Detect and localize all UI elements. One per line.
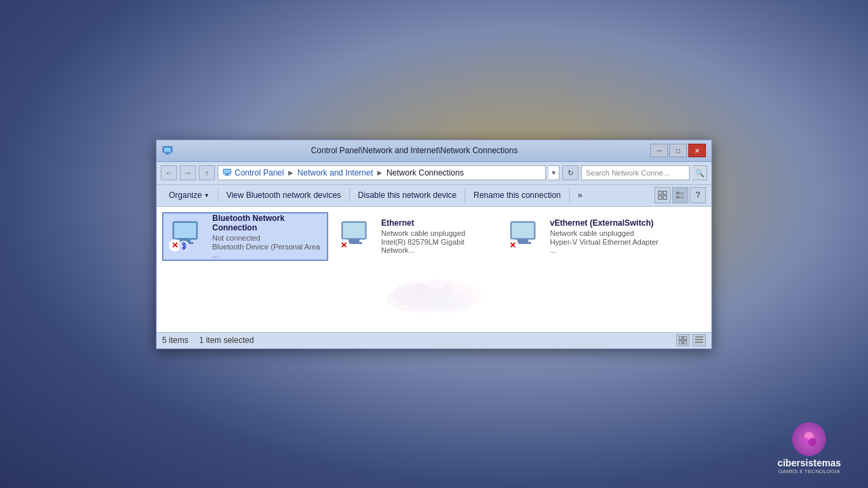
watermark: cibersistemas GAMES E TECNOLOGIA xyxy=(778,422,841,474)
bluetooth-item-status: Not connected xyxy=(212,234,321,242)
breadcrumb-network-internet[interactable]: Network and Internet xyxy=(298,168,373,178)
minimize-button[interactable]: ─ xyxy=(650,144,668,157)
grid-view-button[interactable] xyxy=(654,187,671,203)
svg-rect-19 xyxy=(174,223,196,238)
bluetooth-item-text: Bluetooth Network Connection Not connect… xyxy=(212,214,321,259)
svg-point-34 xyxy=(415,283,426,294)
svg-rect-37 xyxy=(679,336,682,340)
svg-rect-41 xyxy=(695,336,703,338)
breadcrumb-sep-2: ► xyxy=(376,168,384,178)
svg-rect-14 xyxy=(680,194,683,195)
breadcrumb-control-panel[interactable]: Control Panel xyxy=(235,168,284,178)
vethernet-item-status: Network cable unplugged xyxy=(550,229,659,237)
vethernet-item-text: vEthernet (ExternalSwitch) Network cable… xyxy=(550,218,659,254)
back-button[interactable]: ← xyxy=(161,165,177,180)
up-button[interactable]: ↑ xyxy=(199,165,215,180)
help-button[interactable]: ? xyxy=(690,187,706,203)
close-button[interactable]: ✕ xyxy=(688,144,706,157)
bluetooth-item-device: Bluetooth Device (Personal Area ... xyxy=(212,243,321,259)
vethernet-item-name: vEthernet (ExternalSwitch) xyxy=(550,218,659,228)
svg-rect-40 xyxy=(684,341,687,344)
ethernet-item-status: Network cable unplugged xyxy=(381,229,490,237)
toolbar: Organize ▼ View Bluetooth network device… xyxy=(157,185,711,207)
search-box[interactable]: Search Network Conne... xyxy=(581,165,690,180)
svg-rect-11 xyxy=(663,196,667,199)
title-bar: Control Panel\Network and Internet\Netwo… xyxy=(157,140,711,162)
error-badge-ethernet: ✕ xyxy=(338,239,350,251)
toolbar-separator-2 xyxy=(349,188,350,202)
toolbar-separator-1 xyxy=(218,188,218,202)
watermark-sub: GAMES E TECNOLOGIA xyxy=(778,468,840,474)
svg-rect-17 xyxy=(680,198,683,199)
svg-rect-12 xyxy=(676,192,679,195)
svg-rect-1 xyxy=(164,148,171,152)
disable-network-button[interactable]: Disable this network device xyxy=(351,187,463,203)
svg-rect-7 xyxy=(224,175,230,176)
svg-rect-43 xyxy=(695,342,703,343)
svg-rect-16 xyxy=(680,197,684,197)
toolbar-separator-4 xyxy=(569,188,570,202)
watermark-circle xyxy=(792,422,826,456)
status-right xyxy=(676,334,706,346)
selected-count: 1 item selected xyxy=(199,336,254,345)
organize-dropdown-arrow: ▼ xyxy=(204,192,210,199)
more-button[interactable]: » xyxy=(571,187,589,203)
vethernet-item-device: Hyper-V Virtual Ethernet Adapter ... xyxy=(550,238,659,254)
svg-rect-42 xyxy=(695,339,703,340)
bluetooth-badge xyxy=(178,241,189,251)
ethernet-item-name: Ethernet xyxy=(381,218,490,228)
svg-rect-10 xyxy=(658,196,662,199)
svg-rect-6 xyxy=(226,174,229,175)
rename-connection-button[interactable]: Rename this connection xyxy=(467,187,568,203)
svg-point-35 xyxy=(427,279,441,292)
ethernet-icon-wrap: ✕ xyxy=(338,218,376,256)
svg-point-36 xyxy=(443,283,452,291)
window-controls: ─ □ ✕ xyxy=(650,144,706,157)
refresh-button[interactable]: ↻ xyxy=(562,165,578,180)
svg-rect-28 xyxy=(517,239,528,242)
search-icon[interactable]: 🔍 xyxy=(692,165,707,180)
breadcrumb-sep-1: ► xyxy=(287,168,295,178)
forward-button[interactable]: → xyxy=(180,165,196,180)
svg-rect-15 xyxy=(676,196,679,199)
status-bar: 5 items 1 item selected xyxy=(157,332,711,348)
content-area: ✕ Bluetooth Network Connection Not conne… xyxy=(157,207,711,332)
search-placeholder: Search Network Conne... xyxy=(586,169,669,177)
status-grid-view[interactable] xyxy=(676,334,690,346)
status-left: 5 items 1 item selected xyxy=(162,336,254,345)
breadcrumb-icon xyxy=(222,167,232,179)
svg-rect-2 xyxy=(166,152,169,154)
address-bar: ← → ↑ Control Panel ► Network and Intern… xyxy=(157,162,711,185)
svg-rect-24 xyxy=(349,239,359,242)
cloud-decoration xyxy=(380,268,488,319)
bluetooth-item-name: Bluetooth Network Connection xyxy=(212,214,321,232)
status-list-view[interactable] xyxy=(692,334,706,346)
window-icon xyxy=(162,145,173,156)
watermark-brand: cibersistemas xyxy=(778,458,841,468)
view-buttons: ? xyxy=(654,187,706,203)
svg-rect-39 xyxy=(679,341,682,344)
svg-rect-9 xyxy=(663,191,667,195)
svg-rect-23 xyxy=(343,223,365,238)
bluetooth-icon-wrap: ✕ xyxy=(169,218,207,256)
breadcrumb-network-connections: Network Connections xyxy=(387,168,464,178)
svg-rect-13 xyxy=(680,192,684,193)
list-view-button[interactable] xyxy=(672,187,688,203)
svg-rect-5 xyxy=(224,169,231,174)
item-count: 5 items xyxy=(162,336,189,345)
window-title: Control Panel\Network and Internet\Netwo… xyxy=(178,146,650,155)
svg-point-46 xyxy=(808,438,816,446)
bluetooth-network-item[interactable]: ✕ Bluetooth Network Connection Not conne… xyxy=(162,212,328,261)
vethernet-item[interactable]: ✕ vEthernet (ExternalSwitch) Network cab… xyxy=(500,212,666,261)
breadcrumb-dropdown[interactable]: ▼ xyxy=(549,165,559,180)
breadcrumb-bar: Control Panel ► Network and Internet ► N… xyxy=(218,165,546,180)
ethernet-item[interactable]: ✕ Ethernet Network cable unplugged Intel… xyxy=(331,212,497,261)
toolbar-separator-3 xyxy=(465,188,465,202)
svg-rect-38 xyxy=(684,336,687,340)
view-bluetooth-button[interactable]: View Bluetooth network devices xyxy=(220,187,348,203)
vethernet-icon-wrap: ✕ xyxy=(507,218,545,256)
maximize-button[interactable]: □ xyxy=(669,144,687,157)
organize-button[interactable]: Organize ▼ xyxy=(162,187,216,203)
svg-point-33 xyxy=(424,291,471,313)
error-badge-vethernet: ✕ xyxy=(507,239,519,251)
